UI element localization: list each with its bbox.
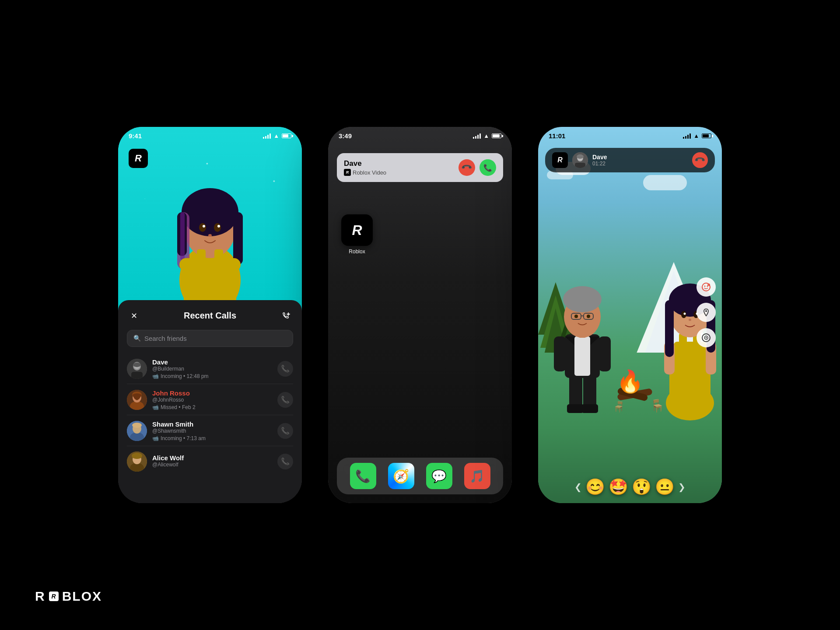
banner-r-icon: R (346, 170, 349, 175)
hud-call-time: 01:22 (592, 161, 688, 167)
roblox-app-label: Roblox (341, 248, 373, 255)
accept-button[interactable]: 📞 (480, 159, 496, 176)
brand-r-box: R (52, 593, 56, 600)
roblox-app-r: R (352, 222, 362, 238)
location-button[interactable] (696, 303, 716, 322)
svg-rect-16 (214, 249, 223, 262)
emoji-next-button[interactable]: ❯ (678, 482, 686, 492)
svg-point-85 (707, 284, 710, 286)
char-dave (547, 273, 617, 413)
hud-call-info: Dave 01:22 (592, 154, 688, 167)
call-type-icon-2: 📹 (152, 404, 159, 410)
shawn-info: Shawn Smith @Shawnsmith 📹 Incoming • 7:1… (152, 420, 272, 441)
shawn-handle: @Shawnsmith (152, 428, 272, 434)
star-3: · (144, 197, 145, 201)
emoji-neutral[interactable]: 😐 (655, 478, 675, 496)
john-detail: 📹 Missed • Feb 2 (152, 404, 272, 410)
dave-avatar-svg (127, 359, 147, 379)
call-john-button[interactable]: 📞 (277, 392, 293, 408)
scene: 9:41 ▲ (0, 0, 840, 630)
svg-point-54 (563, 286, 602, 312)
avatar-shawn (127, 421, 147, 441)
svg-point-76 (689, 318, 691, 321)
avatar-p1 (153, 149, 267, 315)
call-item-john[interactable]: John Rosso @JohnRosso 📹 Missed • Feb 2 📞 (127, 385, 293, 415)
emoji-smile[interactable]: 😊 (585, 478, 605, 496)
emoji-row: ❮ 😊 🤩 😲 😐 ❯ (538, 478, 722, 496)
status-bar-p2: 3:49 ▲ (328, 127, 512, 141)
banner-app-row: R Roblox Video (344, 169, 386, 176)
brand-r-left: R (35, 589, 46, 604)
add-call-button[interactable] (279, 309, 293, 323)
avatar-dave (127, 359, 147, 379)
shawn-avatar-svg (127, 421, 147, 441)
call-alice-button[interactable]: 📞 (277, 454, 293, 469)
john-handle: @JohnRosso (152, 397, 272, 403)
shawn-name: Shawn Smith (152, 420, 272, 428)
svg-rect-7 (233, 212, 243, 265)
dock-music-app[interactable]: 🎵 (464, 463, 490, 489)
banner-caller-name: Dave (344, 159, 386, 168)
call-type-icon-3: 📹 (152, 435, 159, 441)
phones-container: 9:41 ▲ (118, 127, 722, 503)
call-item-dave[interactable]: Dave @Builderman 📹 Incoming • 12:48 pm 📞 (127, 354, 293, 384)
svg-rect-51 (598, 336, 611, 371)
svg-point-58 (574, 315, 578, 318)
incoming-call-banner: Dave R Roblox Video 📞 📞 (337, 153, 503, 182)
roblox-app-icon[interactable]: R (341, 214, 373, 246)
svg-point-81 (577, 154, 584, 159)
status-time-p1: 9:41 (129, 132, 142, 140)
svg-rect-20 (131, 372, 143, 379)
svg-point-10 (214, 223, 221, 232)
recent-calls-panel: ✕ Recent Calls 🔍 (118, 300, 302, 503)
signal-icon-p2 (473, 133, 481, 139)
avatar-section: R ✦ ✦ · (118, 127, 302, 315)
svg-rect-15 (197, 249, 206, 262)
svg-point-12 (217, 225, 220, 228)
dock-messages-app[interactable]: 💬 (426, 463, 452, 489)
cloud-3 (643, 175, 687, 190)
avatar-alice (127, 452, 147, 472)
alice-handle: @Alicewolf (152, 462, 272, 468)
svg-point-33 (132, 453, 142, 459)
dock-phone-app[interactable]: 📞 (350, 463, 376, 489)
dave-detail: 📹 Incoming • 12:48 pm (152, 373, 272, 379)
emoji-surprised[interactable]: 😲 (632, 478, 651, 496)
smiley-face-icon (701, 282, 711, 292)
svg-rect-50 (554, 336, 566, 371)
close-button[interactable]: ✕ (127, 309, 141, 323)
location-pin-icon (702, 308, 710, 317)
call-type-icon: 📹 (152, 373, 159, 379)
call-item-shawn[interactable]: Shawn Smith @Shawnsmith 📹 Incoming • 7:1… (127, 416, 293, 446)
battery-icon-p3 (702, 133, 711, 138)
decline-button[interactable]: 📞 (455, 156, 479, 179)
game-scene: 🔥 (538, 127, 722, 503)
status-time-p2: 3:49 (339, 132, 352, 140)
svg-point-83 (704, 286, 706, 287)
capture-button[interactable] (696, 328, 716, 347)
call-dave-button[interactable]: 📞 (277, 361, 293, 377)
alice-name: Alice Wolf (152, 454, 272, 462)
hud-avatar-svg (572, 152, 588, 168)
svg-rect-70 (665, 300, 674, 357)
emoji-wow[interactable]: 🤩 (609, 478, 628, 496)
emoji-reaction-button[interactable] (696, 277, 716, 297)
svg-point-72 (681, 311, 686, 318)
hud-logo: R (552, 152, 568, 168)
banner-info: Dave R Roblox Video (344, 159, 386, 176)
call-list: Dave @Builderman 📹 Incoming • 12:48 pm 📞 (127, 354, 293, 476)
svg-point-9 (199, 223, 206, 232)
call-item-alice[interactable]: Alice Wolf @Alicewolf 📞 (127, 447, 293, 476)
call-shawn-button[interactable]: 📞 (277, 423, 293, 439)
svg-point-59 (587, 315, 590, 318)
john-info: John Rosso @JohnRosso 📹 Missed • Feb 2 (152, 389, 272, 410)
emoji-prev-button[interactable]: ❮ (574, 482, 582, 492)
messages-app-icon: 💬 (431, 469, 447, 483)
signal-icon-p3 (683, 133, 691, 139)
add-call-icon (281, 311, 291, 321)
end-call-button[interactable]: 📞 (689, 149, 711, 172)
battery-icon-p2 (492, 133, 501, 138)
dock-safari-app[interactable]: 🧭 (388, 463, 414, 489)
svg-rect-14 (179, 258, 241, 271)
search-bar[interactable]: 🔍 Search friends (127, 330, 293, 347)
